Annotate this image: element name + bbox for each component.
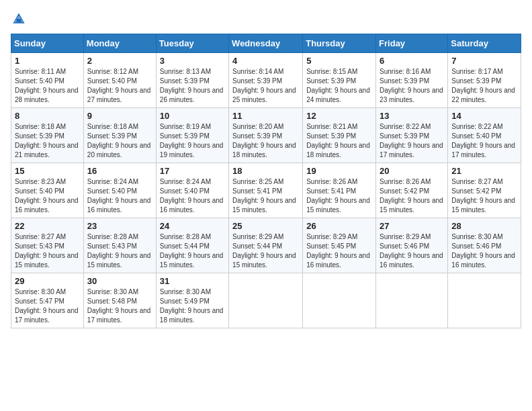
- calendar-cell: 26Sunrise: 8:29 AMSunset: 5:45 PMDayligh…: [303, 218, 376, 273]
- calendar-week-4: 22Sunrise: 8:27 AMSunset: 5:43 PMDayligh…: [11, 218, 521, 273]
- day-number: 22: [15, 221, 80, 231]
- calendar-cell: 17Sunrise: 8:24 AMSunset: 5:40 PMDayligh…: [156, 163, 228, 218]
- cell-text: Sunrise: 8:12 AMSunset: 5:40 PMDaylight:…: [87, 68, 151, 103]
- day-number: 8: [15, 111, 80, 121]
- day-number: 9: [87, 111, 152, 121]
- cell-text: Sunrise: 8:15 AMSunset: 5:39 PMDaylight:…: [306, 68, 370, 103]
- calendar-header-saturday: Saturday: [448, 34, 521, 53]
- day-number: 31: [160, 276, 225, 286]
- day-number: 1: [15, 56, 80, 66]
- day-number: 30: [87, 276, 152, 286]
- day-number: 23: [87, 221, 152, 231]
- day-number: 27: [380, 221, 444, 231]
- calendar-header-friday: Friday: [376, 34, 448, 53]
- calendar-cell: [376, 273, 448, 328]
- cell-text: Sunrise: 8:22 AMSunset: 5:39 PMDaylight:…: [380, 123, 443, 158]
- calendar-cell: 18Sunrise: 8:25 AMSunset: 5:41 PMDayligh…: [229, 163, 303, 218]
- calendar-cell: 14Sunrise: 8:22 AMSunset: 5:40 PMDayligh…: [448, 108, 521, 163]
- page-header: [11, 11, 521, 27]
- cell-text: Sunrise: 8:26 AMSunset: 5:42 PMDaylight:…: [380, 178, 443, 214]
- cell-text: Sunrise: 8:29 AMSunset: 5:45 PMDaylight:…: [306, 233, 370, 269]
- calendar-cell: 9Sunrise: 8:18 AMSunset: 5:39 PMDaylight…: [83, 108, 156, 163]
- cell-text: Sunrise: 8:27 AMSunset: 5:42 PMDaylight:…: [451, 178, 515, 214]
- day-number: 14: [451, 111, 517, 121]
- calendar-cell: 20Sunrise: 8:26 AMSunset: 5:42 PMDayligh…: [376, 163, 448, 218]
- day-number: 16: [87, 166, 152, 176]
- cell-text: Sunrise: 8:27 AMSunset: 5:43 PMDaylight:…: [15, 233, 79, 269]
- logo: [11, 11, 30, 27]
- day-number: 19: [306, 166, 372, 176]
- day-number: 12: [306, 111, 372, 121]
- calendar-header-sunday: Sunday: [11, 34, 84, 53]
- cell-text: Sunrise: 8:24 AMSunset: 5:40 PMDaylight:…: [87, 178, 151, 214]
- cell-text: Sunrise: 8:22 AMSunset: 5:40 PMDaylight:…: [451, 123, 515, 158]
- calendar-cell: 30Sunrise: 8:30 AMSunset: 5:48 PMDayligh…: [83, 273, 156, 328]
- cell-text: Sunrise: 8:19 AMSunset: 5:39 PMDaylight:…: [160, 123, 224, 158]
- cell-text: Sunrise: 8:29 AMSunset: 5:46 PMDaylight:…: [380, 233, 443, 269]
- cell-text: Sunrise: 8:16 AMSunset: 5:39 PMDaylight:…: [380, 68, 443, 103]
- cell-text: Sunrise: 8:24 AMSunset: 5:40 PMDaylight:…: [160, 178, 224, 214]
- day-number: 25: [232, 221, 299, 231]
- logo-icon: [11, 11, 27, 27]
- cell-text: Sunrise: 8:21 AMSunset: 5:39 PMDaylight:…: [306, 123, 370, 158]
- cell-text: Sunrise: 8:26 AMSunset: 5:41 PMDaylight:…: [306, 178, 370, 214]
- cell-text: Sunrise: 8:28 AMSunset: 5:43 PMDaylight:…: [87, 233, 151, 269]
- calendar-cell: [448, 273, 521, 328]
- calendar-cell: 3Sunrise: 8:13 AMSunset: 5:39 PMDaylight…: [156, 53, 228, 108]
- cell-text: Sunrise: 8:30 AMSunset: 5:49 PMDaylight:…: [160, 288, 224, 324]
- day-number: 10: [160, 111, 225, 121]
- calendar-header-tuesday: Tuesday: [156, 34, 228, 53]
- calendar-cell: 31Sunrise: 8:30 AMSunset: 5:49 PMDayligh…: [156, 273, 228, 328]
- cell-text: Sunrise: 8:13 AMSunset: 5:39 PMDaylight:…: [160, 68, 224, 103]
- day-number: 11: [232, 111, 299, 121]
- day-number: 5: [306, 56, 372, 66]
- day-number: 18: [232, 166, 299, 176]
- calendar-cell: 23Sunrise: 8:28 AMSunset: 5:43 PMDayligh…: [83, 218, 156, 273]
- cell-text: Sunrise: 8:11 AMSunset: 5:40 PMDaylight:…: [15, 68, 79, 103]
- calendar-cell: 22Sunrise: 8:27 AMSunset: 5:43 PMDayligh…: [11, 218, 84, 273]
- calendar-week-2: 8Sunrise: 8:18 AMSunset: 5:39 PMDaylight…: [11, 108, 521, 163]
- cell-text: Sunrise: 8:29 AMSunset: 5:44 PMDaylight:…: [232, 233, 296, 269]
- calendar-cell: 25Sunrise: 8:29 AMSunset: 5:44 PMDayligh…: [229, 218, 303, 273]
- calendar-cell: 27Sunrise: 8:29 AMSunset: 5:46 PMDayligh…: [376, 218, 448, 273]
- calendar-cell: 28Sunrise: 8:30 AMSunset: 5:46 PMDayligh…: [448, 218, 521, 273]
- day-number: 29: [15, 276, 80, 286]
- calendar-week-3: 15Sunrise: 8:23 AMSunset: 5:40 PMDayligh…: [11, 163, 521, 218]
- calendar-cell: 5Sunrise: 8:15 AMSunset: 5:39 PMDaylight…: [303, 53, 376, 108]
- calendar-cell: 10Sunrise: 8:19 AMSunset: 5:39 PMDayligh…: [156, 108, 228, 163]
- calendar-cell: 24Sunrise: 8:28 AMSunset: 5:44 PMDayligh…: [156, 218, 228, 273]
- calendar-cell: [229, 273, 303, 328]
- day-number: 13: [380, 111, 444, 121]
- calendar-week-5: 29Sunrise: 8:30 AMSunset: 5:47 PMDayligh…: [11, 273, 521, 328]
- cell-text: Sunrise: 8:14 AMSunset: 5:39 PMDaylight:…: [232, 68, 296, 103]
- calendar-header-monday: Monday: [83, 34, 156, 53]
- cell-text: Sunrise: 8:30 AMSunset: 5:47 PMDaylight:…: [15, 288, 79, 324]
- day-number: 20: [380, 166, 444, 176]
- day-number: 24: [160, 221, 225, 231]
- day-number: 15: [15, 166, 80, 176]
- cell-text: Sunrise: 8:30 AMSunset: 5:46 PMDaylight:…: [451, 233, 515, 269]
- calendar-cell: 16Sunrise: 8:24 AMSunset: 5:40 PMDayligh…: [83, 163, 156, 218]
- day-number: 6: [380, 56, 444, 66]
- calendar-cell: 29Sunrise: 8:30 AMSunset: 5:47 PMDayligh…: [11, 273, 84, 328]
- calendar-cell: 13Sunrise: 8:22 AMSunset: 5:39 PMDayligh…: [376, 108, 448, 163]
- day-number: 2: [87, 56, 152, 66]
- calendar-cell: 4Sunrise: 8:14 AMSunset: 5:39 PMDaylight…: [229, 53, 303, 108]
- cell-text: Sunrise: 8:28 AMSunset: 5:44 PMDaylight:…: [160, 233, 224, 269]
- calendar-cell: 1Sunrise: 8:11 AMSunset: 5:40 PMDaylight…: [11, 53, 84, 108]
- calendar-cell: 19Sunrise: 8:26 AMSunset: 5:41 PMDayligh…: [303, 163, 376, 218]
- cell-text: Sunrise: 8:30 AMSunset: 5:48 PMDaylight:…: [87, 288, 151, 324]
- cell-text: Sunrise: 8:18 AMSunset: 5:39 PMDaylight:…: [87, 123, 151, 158]
- calendar-cell: 11Sunrise: 8:20 AMSunset: 5:39 PMDayligh…: [229, 108, 303, 163]
- cell-text: Sunrise: 8:23 AMSunset: 5:40 PMDaylight:…: [15, 178, 79, 214]
- calendar-header-row: SundayMondayTuesdayWednesdayThursdayFrid…: [11, 34, 521, 53]
- day-number: 28: [451, 221, 517, 231]
- calendar-header-wednesday: Wednesday: [229, 34, 303, 53]
- day-number: 7: [451, 56, 517, 66]
- calendar-cell: 8Sunrise: 8:18 AMSunset: 5:39 PMDaylight…: [11, 108, 84, 163]
- calendar-cell: [303, 273, 376, 328]
- day-number: 17: [160, 166, 225, 176]
- calendar-cell: 12Sunrise: 8:21 AMSunset: 5:39 PMDayligh…: [303, 108, 376, 163]
- svg-rect-2: [17, 19, 21, 22]
- calendar-cell: 21Sunrise: 8:27 AMSunset: 5:42 PMDayligh…: [448, 163, 521, 218]
